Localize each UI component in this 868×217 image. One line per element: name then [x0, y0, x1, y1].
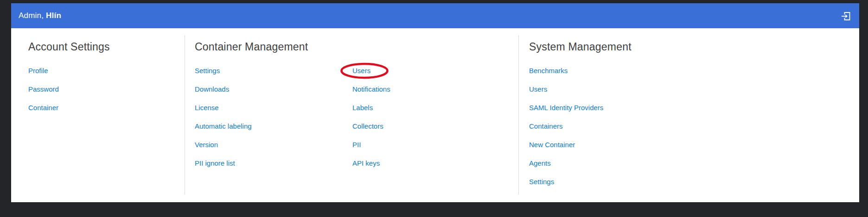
link-sm-containers[interactable]: Containers [529, 122, 563, 130]
link-cm-notifications[interactable]: Notifications [352, 85, 390, 93]
logout-icon [840, 10, 851, 21]
container-management-links: Settings Downloads License Automatic lab… [195, 62, 518, 173]
link-profile[interactable]: Profile [28, 67, 48, 74]
link-sm-benchmarks[interactable]: Benchmarks [529, 67, 568, 74]
link-password[interactable]: Password [28, 85, 59, 93]
link-cm-license[interactable]: License [195, 104, 219, 112]
greeting-prefix: Admin, [19, 11, 44, 20]
section-system-management: System Management Benchmarks Users SAML … [519, 28, 859, 202]
section-title-container-management: Container Management [195, 40, 518, 53]
app-shell: Admin,Hlín Account Settings Profile Pass… [11, 3, 859, 202]
link-sm-agents[interactable]: Agents [529, 159, 551, 167]
section-account-settings: Account Settings Profile Password Contai… [11, 28, 185, 202]
top-bar: Admin,Hlín [11, 3, 859, 28]
system-links-list: Benchmarks Users SAML Identity Providers… [529, 62, 859, 191]
list-item: Settings [195, 62, 352, 80]
list-item: Containers [529, 117, 859, 136]
list-item: Settings [529, 173, 859, 191]
link-cm-pii-ignore-list[interactable]: PII ignore list [195, 159, 235, 167]
list-item: SAML Identity Providers [529, 99, 859, 117]
settings-card: Account Settings Profile Password Contai… [11, 28, 859, 202]
section-container-management: Container Management Settings Downloads … [185, 28, 518, 202]
list-item-annotated: Users [352, 62, 518, 80]
link-cm-version[interactable]: Version [195, 141, 218, 149]
list-item: Container [28, 99, 185, 117]
link-sm-settings[interactable]: Settings [529, 178, 554, 186]
list-item: Agents [529, 154, 859, 173]
container-links-left: Settings Downloads License Automatic lab… [195, 62, 352, 173]
list-item: API keys [352, 154, 518, 173]
logout-button[interactable] [839, 9, 853, 23]
link-cm-automatic-labeling[interactable]: Automatic labeling [195, 122, 252, 130]
link-sm-users[interactable]: Users [529, 85, 547, 93]
link-cm-users[interactable]: Users [352, 67, 370, 74]
link-container[interactable]: Container [28, 104, 58, 112]
container-links-right: Users Notifications Labels Collectors PI… [352, 62, 518, 173]
list-item: Automatic labeling [195, 117, 352, 136]
list-item: New Container [529, 136, 859, 154]
list-item: Password [28, 80, 185, 99]
link-sm-new-container[interactable]: New Container [529, 141, 575, 149]
list-item: Notifications [352, 80, 518, 99]
list-item: Benchmarks [529, 62, 859, 80]
user-name: Hlín [46, 11, 61, 20]
list-item: Collectors [352, 117, 518, 136]
section-title-account-settings: Account Settings [28, 40, 185, 53]
link-cm-settings[interactable]: Settings [195, 67, 220, 74]
list-item: PII [352, 136, 518, 154]
list-item: Profile [28, 62, 185, 80]
admin-greeting: Admin,Hlín [19, 11, 61, 20]
list-item: Labels [352, 99, 518, 117]
list-item: License [195, 99, 352, 117]
link-cm-api-keys[interactable]: API keys [352, 159, 380, 167]
link-cm-collectors[interactable]: Collectors [352, 122, 383, 130]
list-item: PII ignore list [195, 154, 352, 173]
link-cm-labels[interactable]: Labels [352, 104, 373, 112]
list-item: Downloads [195, 80, 352, 99]
link-cm-pii[interactable]: PII [352, 141, 361, 149]
link-cm-downloads[interactable]: Downloads [195, 85, 229, 93]
list-item: Version [195, 136, 352, 154]
link-sm-saml-identity-providers[interactable]: SAML Identity Providers [529, 104, 603, 112]
section-title-system-management: System Management [529, 40, 859, 53]
account-links-list: Profile Password Container [28, 62, 185, 117]
list-item: Users [529, 80, 859, 99]
